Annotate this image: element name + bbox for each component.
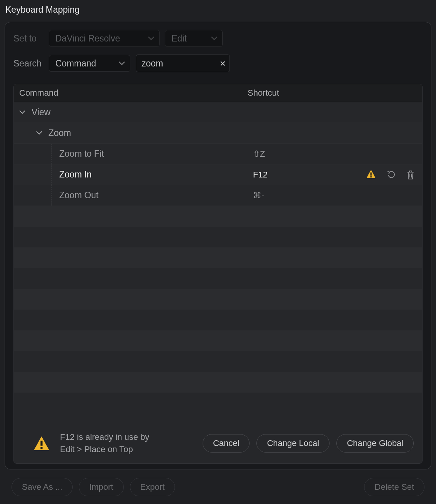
shortcut-value: ⌘-: [253, 191, 334, 201]
chevron-down-icon: [148, 36, 155, 41]
warning-icon: [32, 435, 51, 451]
keyboard-mapping-panel: Set to DaVinci Resolve Edit Search: [5, 22, 431, 469]
command-table: Command Shortcut View: [13, 84, 423, 464]
search-label: Search: [13, 58, 43, 69]
empty-rows: [14, 206, 422, 413]
svg-rect-3: [40, 447, 42, 449]
tree-group-view[interactable]: View: [14, 102, 422, 123]
tree-group-label: View: [32, 107, 50, 118]
table-row-selected[interactable]: Zoom In F12: [14, 164, 422, 185]
clear-icon[interactable]: ×: [220, 58, 226, 68]
search-input-value: zoom: [141, 58, 220, 69]
context-dropdown[interactable]: Edit: [165, 30, 223, 47]
shortcut-value: ⇧Z: [253, 149, 334, 159]
tree-group-label: Zoom: [48, 128, 71, 138]
export-button[interactable]: Export: [130, 478, 175, 496]
preset-dropdown[interactable]: DaVinci Resolve: [49, 30, 160, 47]
search-input[interactable]: zoom ×: [136, 55, 230, 72]
set-to-label: Set to: [13, 33, 43, 44]
command-label: Zoom to Fit: [14, 149, 253, 159]
cancel-button[interactable]: Cancel: [203, 434, 250, 453]
conflict-footer: F12 is already in use by Edit > Place on…: [14, 423, 422, 463]
svg-rect-0: [370, 172, 371, 176]
table-row[interactable]: Zoom to Fit ⇧Z: [14, 144, 422, 164]
delete-set-button[interactable]: Delete Set: [364, 478, 424, 496]
preset-dropdown-value: DaVinci Resolve: [55, 33, 120, 44]
window-title: Keyboard Mapping: [0, 0, 436, 20]
trash-icon[interactable]: [406, 169, 415, 180]
svg-rect-2: [40, 441, 42, 446]
chevron-down-icon: [118, 61, 125, 66]
tree-group-zoom[interactable]: Zoom: [14, 123, 422, 144]
import-button[interactable]: Import: [79, 478, 123, 496]
command-label: Zoom Out: [14, 190, 253, 201]
search-mode-value: Command: [55, 58, 96, 69]
table-row[interactable]: Zoom Out ⌘-: [14, 185, 422, 206]
chevron-down-icon: [19, 110, 25, 114]
column-shortcut-header: Shortcut: [248, 88, 417, 98]
shortcut-value: F12: [253, 170, 334, 180]
revert-icon[interactable]: [386, 169, 397, 180]
search-mode-dropdown[interactable]: Command: [49, 55, 130, 72]
change-local-button[interactable]: Change Local: [256, 434, 329, 453]
warning-icon: [366, 169, 377, 180]
chevron-down-icon: [211, 36, 218, 41]
conflict-message: F12 is already in use by Edit > Place on…: [60, 431, 149, 456]
chevron-down-icon: [36, 131, 42, 135]
save-as-button[interactable]: Save As ...: [12, 478, 73, 496]
column-command-header: Command: [19, 88, 248, 98]
change-global-button[interactable]: Change Global: [336, 434, 414, 453]
context-dropdown-value: Edit: [171, 33, 187, 44]
command-label: Zoom In: [14, 169, 253, 180]
svg-rect-1: [370, 176, 371, 177]
